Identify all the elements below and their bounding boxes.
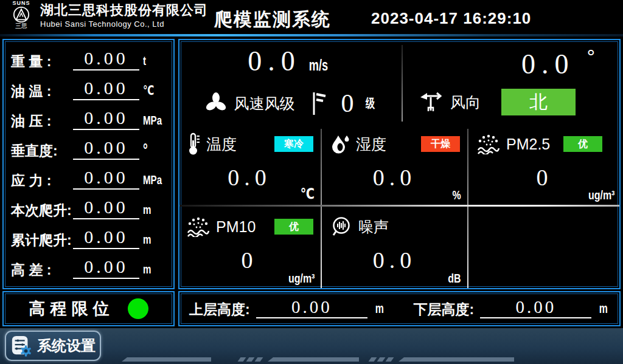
sensor-unit: dB (448, 272, 461, 286)
upper-height-group: 上层高度: 0.00 m (189, 299, 386, 318)
page-title: 爬模监测系统 (214, 7, 331, 32)
wind-direction-readout: 0.0° (403, 45, 619, 80)
sensor-cell-noise: 噪声 0.0 dB (323, 208, 466, 288)
noise-meter-icon (330, 216, 352, 238)
company-name-block: 湖北三思科技股份有限公司 Hubei Sansi Technology Co.,… (40, 2, 208, 29)
sensor-unit: ug/m³ (288, 272, 315, 286)
sensor-cell-pm25: PM2.5 优 0 ug/m³ (470, 125, 619, 205)
wind-level-flag-icon (311, 91, 327, 116)
row-label: 本次爬升: (11, 201, 73, 219)
wind-level-value: 0 (341, 89, 354, 118)
elevation-limit-label: 高程限位 (29, 298, 114, 320)
wind-speed-label: 风速风级 (234, 94, 295, 114)
row-value: 0.00 (73, 109, 139, 130)
header: SUNS 三思 湖北三思科技股份有限公司 Hubei Sansi Technol… (0, 0, 623, 34)
company-name-cn: 湖北三思科技股份有限公司 (40, 2, 208, 18)
dust-particles-icon (477, 134, 500, 154)
thermometer-icon (187, 132, 200, 156)
status-badge: 优 (274, 219, 313, 235)
row-label: 高 差 : (11, 261, 73, 279)
wind-speed-label-row: 风速风级 0 级 (179, 86, 400, 120)
footer-bar: 系统设置 (0, 328, 623, 364)
footer-stripe (377, 357, 386, 362)
climbing-formwork-monitor-screen: SUNS 三思 湖北三思科技股份有限公司 Hubei Sansi Technol… (0, 0, 623, 364)
dust-particles-icon (187, 216, 210, 237)
sidebar-row-oil-temp: 油 温 : 0.00 ℃ (11, 80, 166, 100)
footer-stripe (399, 357, 514, 362)
lower-height-value: 0.00 (480, 299, 591, 318)
system-settings-button[interactable]: 系统设置 (5, 331, 101, 361)
suns-logo-icon (13, 6, 30, 23)
footer-stripe (238, 357, 246, 362)
company-logo: SUNS 三思 (4, 1, 39, 29)
logo-bottom-text: 三思 (4, 23, 39, 29)
footer-stripe (246, 357, 255, 362)
row-label: 应 力 : (11, 171, 73, 190)
row-value: 0.00 (73, 50, 139, 70)
sidebar-row-verticality: 垂直度: 0.00 ° (11, 139, 166, 160)
row-unit: m (143, 200, 159, 219)
upper-height-value: 0.00 (256, 299, 367, 318)
datetime-display: 2023-04-17 16:29:10 (371, 9, 531, 28)
row-label: 油 温 : (11, 82, 73, 100)
sensor-name: 噪声 (358, 217, 389, 237)
sensor-value: 0.0 (179, 164, 319, 191)
fan-icon (204, 91, 228, 115)
sidebar-row-weight: 重 量 : 0.00 t (11, 50, 166, 70)
row-label: 垂直度: (11, 142, 73, 160)
row-value: 0.00 (73, 258, 139, 279)
sidebar-row-stress: 应 力 : 0.00 MPa (11, 169, 166, 190)
wind-direction-label-row: 风向 北 (403, 84, 619, 120)
status-badge: 干燥 (421, 136, 460, 152)
wind-vane-icon (420, 92, 444, 112)
sensor-cell-pm10: PM10 优 0 ug/m³ (179, 208, 319, 288)
row-unit: MPa (143, 170, 159, 190)
wind-direction-unit: ° (586, 45, 595, 68)
sensor-name: 温度 (206, 134, 237, 154)
wind-speed-readout: 0.0m/s (179, 45, 400, 77)
sensor-name: PM10 (216, 218, 256, 236)
row-label: 重 量 : (11, 52, 73, 70)
company-name-en: Hubei Sansi Technology Co., Ltd (40, 19, 208, 29)
row-unit: MPa (143, 111, 159, 130)
elevation-limit-indicator (128, 298, 148, 319)
row-value: 0.00 (73, 139, 139, 160)
environment-panel: 0.0m/s 风速风级 0 级 0.0° (178, 39, 621, 289)
sidebar-row-total-climb: 累计爬升: 0.00 m (11, 228, 166, 249)
row-value: 0.00 (73, 228, 139, 249)
row-unit: t (143, 51, 159, 70)
sensor-name: 湿度 (356, 134, 386, 154)
upper-height-unit: m (375, 299, 384, 318)
droplet-icon (330, 133, 350, 155)
divider-vertical-2 (467, 129, 468, 288)
header-accent-line (0, 34, 623, 36)
sliders-gear-icon (10, 334, 32, 357)
divider-vertical-1 (321, 129, 322, 288)
sidebar-row-oil-pressure: 油 压 : 0.00 MPa (11, 109, 166, 130)
footer-stripe (268, 357, 359, 362)
row-label: 累计爬升: (11, 231, 73, 249)
wind-compass-badge: 北 (501, 89, 576, 115)
row-value: 0.00 (73, 80, 139, 100)
divider-wind (402, 45, 403, 122)
row-value: 0.00 (73, 199, 139, 219)
lower-height-label: 下层高度: (414, 300, 475, 318)
sensor-value: 0.0 (323, 164, 466, 191)
wind-level-unit: 级 (365, 95, 374, 112)
row-unit: ℃ (143, 81, 159, 100)
sensor-cell-humidity: 湿度 干燥 0.0 % (323, 125, 466, 205)
wind-direction-value: 0.0 (521, 49, 575, 80)
elevation-limit-box: 高程限位 (2, 291, 175, 326)
sidebar-row-height-diff: 高 差 : 0.00 m (11, 258, 166, 279)
lower-height-unit: m (599, 299, 608, 318)
sensor-value: 0 (470, 164, 619, 191)
sidebar-row-current-climb: 本次爬升: 0.00 m (11, 199, 166, 219)
footer-stripe (255, 357, 263, 362)
sensor-cell-temperature: 温度 寒冷 0.0 ℃ (179, 125, 319, 205)
status-badge: 寒冷 (274, 136, 313, 152)
sensor-cell-empty (470, 208, 619, 288)
row-unit: m (143, 230, 159, 249)
lower-height-group: 下层高度: 0.00 m (414, 299, 610, 318)
measurement-sidebar: 重 量 : 0.00 t 油 温 : 0.00 ℃ 油 压 : 0.00 MPa… (2, 39, 175, 289)
row-unit: m (143, 259, 159, 279)
